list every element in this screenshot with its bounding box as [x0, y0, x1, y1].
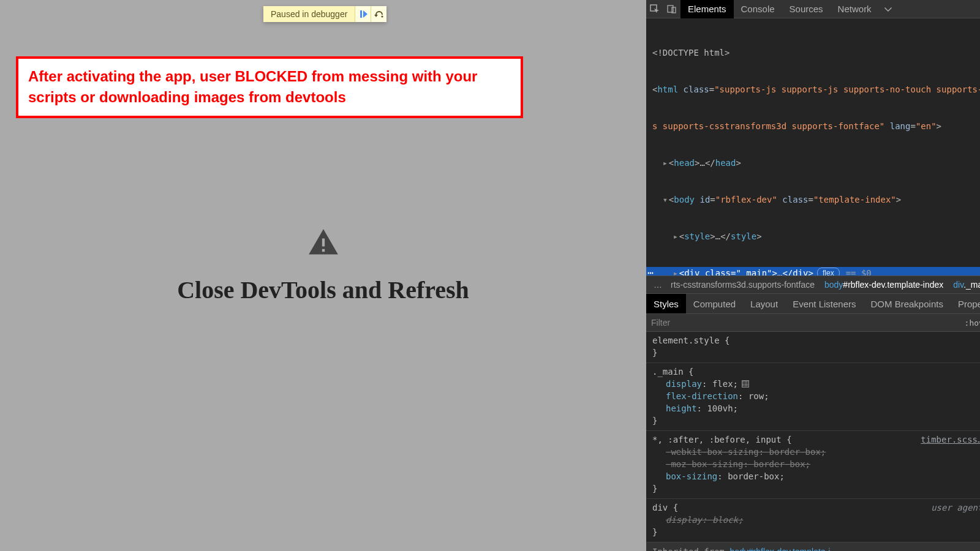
flex-editor-swatch[interactable]	[742, 380, 749, 388]
inspect-element-button[interactable]	[646, 0, 663, 18]
tree-line[interactable]: <html class="supports-js supports-js sup…	[646, 83, 980, 96]
tree-line[interactable]: ▸<style>…</style>	[646, 230, 980, 242]
tab-elements[interactable]: Elements	[680, 0, 734, 18]
breadcrumb-more[interactable]: …	[650, 280, 666, 290]
inherited-from-link[interactable]: body#rbflex-dev.template-i…	[729, 547, 839, 551]
rule-source-label: user agent stylesheet	[931, 501, 980, 514]
hov-toggle[interactable]: :hov	[965, 318, 980, 328]
warning-icon	[307, 227, 339, 276]
inherited-from-bar: Inherited from body#rbflex-dev.template-…	[646, 542, 980, 551]
devtools-top-tabs: Elements Console Sources Network	[646, 0, 980, 18]
debugger-paused-bar: Paused in debugger	[263, 6, 386, 22]
style-rule-user-agent[interactable]: user agent stylesheet div { display: blo…	[646, 499, 980, 542]
devtools-block-overlay: Close DevTools and Refresh	[0, 227, 646, 304]
tab-sources[interactable]: Sources	[782, 0, 831, 18]
tab-computed[interactable]: Computed	[686, 294, 743, 313]
devtools-panel: Elements Console Sources Network <!DOCTY…	[646, 0, 980, 551]
breadcrumb-item[interactable]: rts-csstransforms3d.supports-fontface	[666, 280, 820, 290]
style-rule[interactable]: element.style { }	[646, 332, 980, 363]
tab-properties[interactable]: Properties	[951, 294, 980, 313]
more-tabs-button[interactable]	[879, 5, 897, 13]
tab-layout[interactable]: Layout	[743, 294, 785, 313]
styles-filter-bar: :hov .cls	[646, 313, 980, 332]
tab-dom-breakpoints[interactable]: DOM Breakpoints	[864, 294, 951, 313]
tab-event-listeners[interactable]: Event Listeners	[785, 294, 863, 313]
step-over-button[interactable]	[371, 6, 386, 22]
tree-line[interactable]: <!DOCTYPE html>	[646, 47, 980, 59]
tree-line[interactable]: s supports-csstransforms3d supports-font…	[646, 120, 980, 132]
breadcrumb-item-active[interactable]: div._main	[948, 280, 980, 290]
toggle-device-toolbar-button[interactable]	[663, 0, 680, 18]
svg-rect-2	[668, 6, 673, 12]
tab-console[interactable]: Console	[734, 0, 782, 18]
style-rule[interactable]: <style> ._main { display: flex; flex-dir…	[646, 363, 980, 431]
styles-filter-input[interactable]	[651, 318, 959, 328]
tree-line[interactable]: ▸<head>…</head>	[646, 157, 980, 169]
webpage-viewport: Paused in debugger After activating the …	[0, 0, 646, 551]
style-rule[interactable]: timber.scss…250824987:1 *, :after, :befo…	[646, 431, 980, 499]
annotation-callout: After activating the app, user BLOCKED f…	[16, 56, 523, 118]
dom-breadcrumb: … rts-csstransforms3d.supports-fontface …	[646, 276, 980, 294]
breadcrumb-item[interactable]: body#rbflex-dev.template-index	[820, 280, 948, 290]
block-message: Close DevTools and Refresh	[177, 276, 469, 304]
rule-source-link[interactable]: timber.scss…250824987:1	[921, 433, 980, 446]
tree-line[interactable]: ▾<body id="rbflex-dev" class="template-i…	[646, 193, 980, 206]
resume-script-button[interactable]	[355, 6, 371, 22]
styles-subtabs: Styles Computed Layout Event Listeners D…	[646, 294, 980, 313]
tab-styles[interactable]: Styles	[646, 294, 686, 313]
tree-line-selected[interactable]: ⋯ ▸<div class="_main">…</div>flex== $0	[646, 267, 980, 276]
flex-badge[interactable]: flex	[817, 268, 840, 276]
styles-pane[interactable]: element.style { } <style> ._main { displ…	[646, 332, 980, 551]
debugger-paused-label: Paused in debugger	[263, 6, 355, 22]
svg-point-0	[381, 15, 383, 17]
tab-network[interactable]: Network	[831, 0, 879, 18]
elements-dom-tree[interactable]: <!DOCTYPE html> <html class="supports-js…	[646, 18, 980, 276]
